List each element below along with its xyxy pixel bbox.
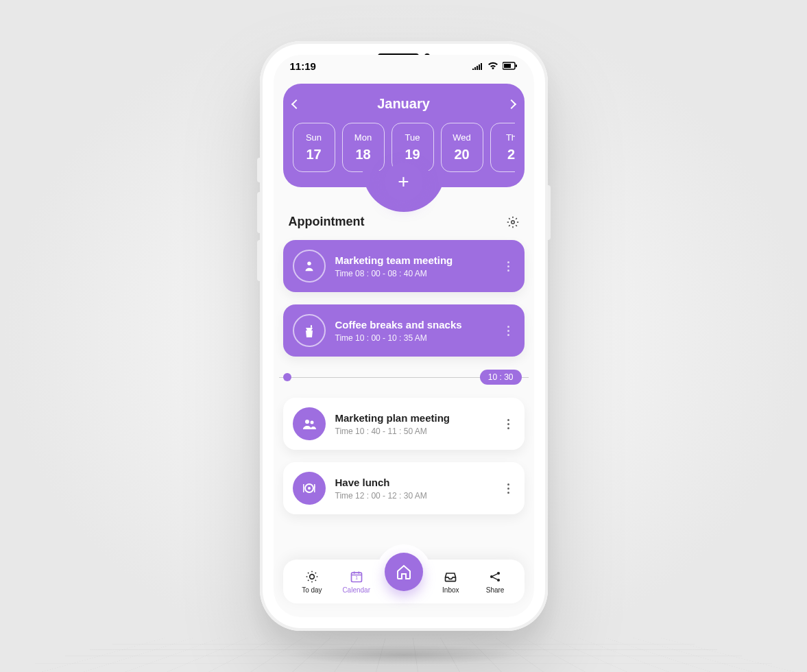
nav-calendar[interactable]: 1Calendar — [336, 570, 377, 594]
appointment-title: Marketing team meeting — [335, 254, 453, 266]
svg-point-17 — [497, 578, 500, 581]
more-options-button[interactable] — [502, 256, 515, 277]
appointment-time: Time 10 : 00 - 10 : 35 AM — [335, 333, 462, 343]
nav-label: Share — [486, 586, 505, 594]
svg-text:1: 1 — [355, 575, 358, 580]
nav-share[interactable]: Share — [474, 570, 516, 594]
appointment-time: Time 08 : 00 - 08 : 40 AM — [335, 269, 453, 278]
svg-point-7 — [310, 421, 313, 424]
plate-icon — [293, 472, 326, 505]
timeline-marker[interactable]: 10 : 30 — [279, 369, 529, 385]
day-of-week: Wed — [453, 132, 471, 143]
svg-point-4 — [307, 262, 311, 266]
nav-label: Calendar — [342, 586, 370, 594]
status-time: 11:19 — [290, 60, 316, 72]
day-cell-18[interactable]: Mon18 — [342, 123, 385, 172]
appointment-title: Have lunch — [335, 477, 427, 488]
section-title: Appointment — [289, 215, 365, 229]
svg-rect-2 — [516, 64, 517, 67]
appointment-time: Time 12 : 00 - 12 : 30 AM — [335, 491, 427, 501]
day-number: 2 — [507, 147, 515, 163]
wifi-icon — [487, 60, 498, 72]
month-title: January — [377, 96, 430, 112]
svg-point-12 — [310, 574, 315, 579]
inbox-icon — [444, 570, 457, 584]
day-number: 18 — [355, 147, 370, 163]
calendar-header: January Sun17Mon18Tue19Wed20Th2 + — [283, 84, 525, 187]
home-button[interactable] — [385, 553, 423, 591]
sun-icon — [305, 570, 319, 584]
appointment-card[interactable]: Marketing team meeting Time 08 : 00 - 08… — [283, 240, 525, 292]
day-of-week: Mon — [354, 132, 372, 143]
next-month-button[interactable] — [506, 99, 516, 108]
more-options-button[interactable] — [502, 320, 515, 341]
more-options-button[interactable] — [502, 478, 515, 499]
more-options-button[interactable] — [502, 413, 515, 435]
appointment-title: Coffee breaks and snacks — [335, 319, 462, 331]
prev-month-button[interactable] — [291, 99, 300, 108]
svg-point-16 — [497, 571, 500, 574]
svg-point-3 — [511, 220, 514, 224]
day-cell-20[interactable]: Wed20 — [441, 123, 483, 172]
svg-point-15 — [490, 575, 493, 577]
status-bar: 11:19 — [274, 55, 534, 77]
day-number: 20 — [454, 147, 469, 163]
phone-frame: 11:19 January Sun17Mon18Tue19Wed20Th2 + … — [260, 41, 548, 631]
nav-to-day[interactable]: To day — [291, 570, 333, 594]
status-icons — [472, 60, 518, 72]
appointment-card[interactable]: Marketing plan meeting Time 10 : 40 - 11… — [283, 398, 525, 450]
signal-icon — [472, 60, 483, 72]
day-of-week: Sun — [306, 132, 322, 143]
day-number: 17 — [306, 147, 321, 163]
coffee-icon — [293, 314, 326, 347]
add-appointment-button[interactable]: + — [385, 163, 423, 201]
appointment-card[interactable]: Have lunch Time 12 : 00 - 12 : 30 AM — [283, 462, 525, 514]
screen: 11:19 January Sun17Mon18Tue19Wed20Th2 + … — [274, 55, 534, 617]
bottom-nav: To day 1Calendar Inbox Share — [283, 560, 525, 603]
svg-point-9 — [308, 487, 311, 490]
svg-point-6 — [305, 420, 309, 424]
day-number: 19 — [405, 147, 420, 163]
svg-rect-1 — [504, 64, 511, 68]
day-cell-2[interactable]: Th2 — [490, 123, 515, 172]
settings-button[interactable] — [507, 216, 519, 228]
appointment-time: Time 10 : 40 - 11 : 50 AM — [335, 427, 450, 436]
day-cell-17[interactable]: Sun17 — [293, 123, 335, 172]
nav-inbox[interactable]: Inbox — [430, 570, 471, 594]
battery-icon — [503, 60, 518, 72]
nav-label: Inbox — [442, 586, 459, 594]
share-icon — [488, 570, 502, 584]
day-of-week: Th — [506, 132, 515, 143]
appointment-card[interactable]: Coffee breaks and snacks Time 10 : 00 - … — [283, 304, 525, 357]
day-of-week: Tue — [405, 132, 420, 143]
cal-icon: 1 — [350, 570, 363, 584]
svg-rect-5 — [311, 325, 312, 328]
nav-label: To day — [302, 586, 322, 594]
timeline-time: 10 : 30 — [480, 370, 522, 385]
group-icon — [293, 407, 326, 440]
person-icon — [293, 250, 326, 283]
appointment-title: Marketing plan meeting — [335, 412, 450, 424]
